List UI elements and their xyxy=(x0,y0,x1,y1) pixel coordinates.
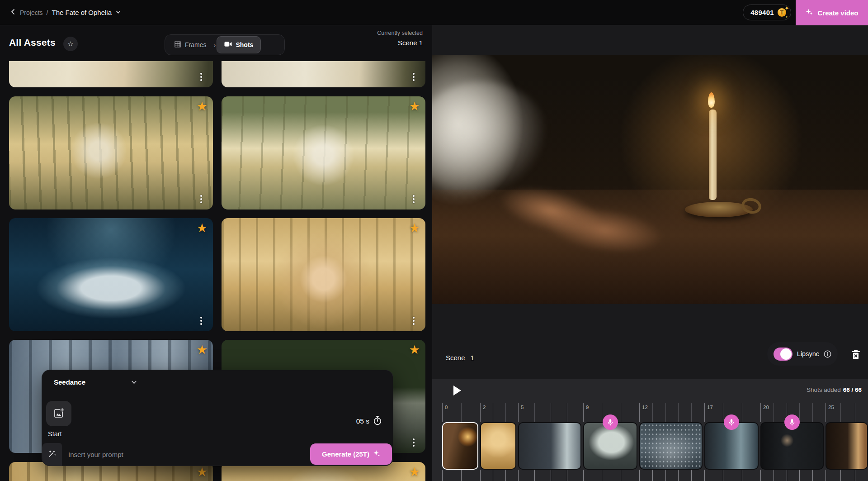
video-camera-icon xyxy=(224,41,232,48)
scene-viewer-panel: Scene1 Lipsync Shots added66 / 66 xyxy=(432,25,868,481)
ruler-time-label: 17 xyxy=(707,405,713,410)
tab-shots[interactable]: Shots xyxy=(217,36,261,53)
magic-wand-icon xyxy=(48,449,57,459)
sparkles-icon xyxy=(805,8,813,18)
currently-selected-label: Currently selected xyxy=(377,29,423,38)
timeline-clip[interactable] xyxy=(518,422,581,470)
current-selection-info: Currently selected Scene 1 xyxy=(377,29,423,48)
asset-card[interactable]: ★ xyxy=(222,218,425,331)
token-count: 489401 xyxy=(750,9,774,16)
microphone-badge-icon[interactable] xyxy=(784,414,800,430)
ruler-time-label: 0 xyxy=(445,405,448,410)
lipsync-toggle[interactable] xyxy=(774,348,793,361)
card-menu-button[interactable] xyxy=(196,193,207,205)
delete-scene-button[interactable] xyxy=(849,348,863,362)
star-outline-icon: ☆ xyxy=(67,40,73,48)
breadcrumb-separator: / xyxy=(47,9,48,16)
chevron-down-icon xyxy=(131,379,137,386)
breadcrumb-projects[interactable]: Projects xyxy=(20,9,43,16)
card-menu-button[interactable] xyxy=(408,193,419,205)
library-header: All Assets ☆ Frames › Shots Currently se… xyxy=(0,25,432,61)
breadcrumb: Projects / The Fate of Ophelia xyxy=(10,9,121,16)
ruler-time-label: 25 xyxy=(828,405,834,410)
grid-icon xyxy=(174,41,181,49)
toggle-knob xyxy=(780,348,792,360)
ruler-time-label: 20 xyxy=(763,405,769,410)
start-frame-button[interactable] xyxy=(46,401,71,426)
play-button[interactable] xyxy=(451,385,463,397)
prompt-row: Generate (25T) xyxy=(42,443,393,466)
timeline-clip[interactable] xyxy=(480,422,516,470)
timeline-ruler: 025912172025 xyxy=(432,403,868,422)
sparkle-icon xyxy=(373,450,380,458)
enhance-prompt-button[interactable] xyxy=(42,443,62,466)
info-icon[interactable] xyxy=(824,350,831,358)
scene-name: Scene1 xyxy=(446,354,474,362)
trash-x-icon xyxy=(851,349,861,362)
back-button[interactable] xyxy=(10,9,16,16)
microphone-badge-icon[interactable] xyxy=(603,414,618,430)
card-menu-button[interactable] xyxy=(196,71,207,83)
ruler-time-label: 12 xyxy=(642,405,648,410)
scene-row: Scene1 Lipsync xyxy=(432,342,868,373)
star-badge-icon: ★ xyxy=(409,465,420,479)
asset-library-panel: ★ ★ ★ ★ ★ ★ ★ ★ ★ ★ All Assets ☆ xyxy=(0,25,432,481)
generate-label: Generate (25T) xyxy=(322,450,369,458)
sparkle-icon: ✦ xyxy=(785,5,789,11)
token-coin-icon: T ✦ ✦ xyxy=(778,8,786,17)
breadcrumb-project-title[interactable]: The Fate of Ophelia xyxy=(52,9,112,16)
duration-value: 05 s xyxy=(356,417,369,425)
prompt-input[interactable] xyxy=(68,451,310,458)
timeline-clip[interactable] xyxy=(639,422,703,470)
tab-frames[interactable]: Frames xyxy=(168,41,212,49)
library-title: All Assets xyxy=(9,37,56,48)
timeline-panel: Shots added66 / 66 025912172025 xyxy=(432,379,868,481)
add-image-icon xyxy=(53,407,65,420)
ruler-time-label: 5 xyxy=(521,405,524,410)
card-menu-button[interactable] xyxy=(408,315,419,327)
lipsync-control: Lipsync xyxy=(767,342,838,366)
sparkle-small-icon: ✦ xyxy=(785,15,788,19)
currently-selected-value: Scene 1 xyxy=(377,38,423,48)
asset-card[interactable]: ★ xyxy=(9,96,213,210)
star-badge-icon: ★ xyxy=(197,465,208,479)
timeline-clip[interactable] xyxy=(760,422,824,470)
create-video-button[interactable]: Create video xyxy=(796,0,868,25)
timeline-clip[interactable] xyxy=(826,422,868,470)
favorites-filter-button[interactable]: ☆ xyxy=(63,37,78,51)
star-badge-icon: ★ xyxy=(409,221,420,235)
ruler-time-label: 9 xyxy=(586,405,589,410)
duration-control[interactable]: 05 s xyxy=(356,415,382,427)
model-selector[interactable]: Seedance xyxy=(54,378,137,386)
chevron-right-icon: › xyxy=(213,41,216,49)
preview-image xyxy=(432,55,868,304)
token-balance[interactable]: 489401 T ✦ ✦ xyxy=(743,5,791,20)
view-switch: Frames › Shots xyxy=(165,34,285,55)
star-badge-icon: ★ xyxy=(409,99,420,114)
shots-added-count: 66 / 66 xyxy=(843,386,862,393)
card-menu-button[interactable] xyxy=(196,315,207,327)
generation-panel: Seedance Start 05 s Genera xyxy=(42,370,393,466)
card-menu-button[interactable] xyxy=(408,437,419,448)
microphone-badge-icon[interactable] xyxy=(724,414,739,430)
star-badge-icon: ★ xyxy=(197,221,208,235)
shots-added-status: Shots added66 / 66 xyxy=(807,386,862,393)
top-bar: Projects / The Fate of Ophelia 489401 T … xyxy=(0,0,868,25)
generate-button[interactable]: Generate (25T) xyxy=(310,443,392,465)
ruler-time-label: 2 xyxy=(483,405,486,410)
chevron-down-icon[interactable] xyxy=(115,9,121,16)
timeline-clip[interactable] xyxy=(704,422,759,470)
transport-bar: Shots added66 / 66 xyxy=(432,379,868,403)
timeline-clip[interactable] xyxy=(583,422,637,470)
timeline-clip[interactable] xyxy=(442,422,478,470)
asset-card[interactable]: ★ xyxy=(9,218,213,331)
asset-card[interactable]: ★ xyxy=(222,96,425,210)
star-badge-icon: ★ xyxy=(197,99,208,114)
card-menu-button[interactable] xyxy=(408,71,419,83)
lipsync-label: Lipsync xyxy=(797,350,819,357)
stopwatch-icon xyxy=(373,415,382,427)
star-badge-icon: ★ xyxy=(409,343,420,357)
start-label: Start xyxy=(48,430,62,438)
create-video-label: Create video xyxy=(817,9,858,17)
model-name: Seedance xyxy=(54,378,85,386)
